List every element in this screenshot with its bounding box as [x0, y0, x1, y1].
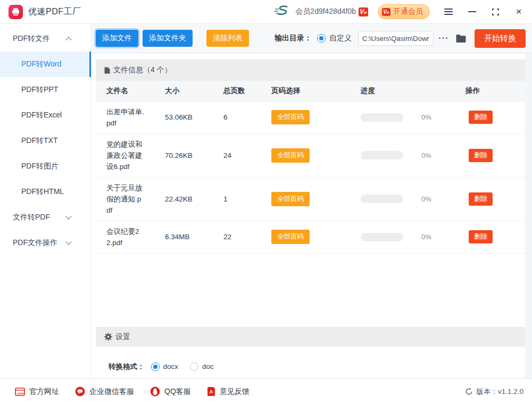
- sidebar-group-label: PDF转文件: [13, 34, 50, 44]
- svg-text:PDF: PDF: [14, 13, 18, 15]
- radio-icon[interactable]: [190, 363, 198, 371]
- format-label: 转换格式：: [109, 362, 145, 372]
- radio-icon[interactable]: [317, 34, 326, 43]
- radio-icon[interactable]: [151, 363, 160, 371]
- file-name: 关于元旦放假的通知.pdf: [106, 182, 145, 216]
- chevron-down-icon: [65, 213, 71, 219]
- delete-button[interactable]: 删除: [469, 230, 493, 243]
- file-table: 文件名 大小 总页数 页码选择 进度 操作 出差申请单.: [96, 81, 525, 254]
- page-select-button[interactable]: 全部页码: [271, 192, 310, 206]
- page-select-button[interactable]: 全部页码: [271, 110, 310, 124]
- sidebar-item-label: PDF转Word: [21, 60, 61, 69]
- clear-list-button[interactable]: 清除列表: [206, 30, 249, 47]
- progress-percent: 0%: [421, 113, 431, 121]
- app-title: 优速PDF工厂: [28, 6, 81, 18]
- page-select-button[interactable]: 全部页码: [271, 148, 310, 163]
- sidebar-group-label: 文件转PDF: [13, 213, 50, 222]
- col-filename: 文件名: [96, 81, 165, 101]
- feedback-link[interactable]: A 意见反馈: [207, 387, 250, 397]
- app-window: PDF 优速PDF工厂 会员2d9f428d4f0b VIP VIP 开通会员: [0, 0, 532, 404]
- start-convert-button[interactable]: 开始转换: [475, 29, 526, 48]
- chevron-down-icon: [65, 239, 71, 245]
- progress-bar: [361, 151, 403, 159]
- sidebar-item-pdf-to-txt[interactable]: PDF转TXT: [0, 128, 91, 154]
- add-file-button[interactable]: 添加文件: [96, 30, 138, 47]
- file-size: 70.26KB: [165, 133, 223, 177]
- file-size: 6.34MB: [165, 221, 223, 253]
- vip-mini-icon: VIP: [382, 8, 390, 16]
- vertical-scrollbar[interactable]: [525, 53, 532, 378]
- browse-ellipsis-button[interactable]: ···: [438, 36, 449, 41]
- sidebar-item-pdf-to-html[interactable]: PDF转HTML: [0, 179, 91, 205]
- file-name: 会议纪要22.pdf: [106, 226, 145, 248]
- member-swoosh-icon: [273, 4, 291, 20]
- settings-panel: 设置 转换格式： docx doc: [96, 327, 525, 378]
- wechat-icon: [75, 386, 85, 397]
- website-icon: .com: [15, 388, 25, 396]
- sidebar-group-pdf-operations[interactable]: PDF文件操作: [0, 230, 91, 256]
- sidebar-item-pdf-to-image[interactable]: PDF转图片: [0, 154, 91, 179]
- wechat-support-link[interactable]: 企业微信客服: [75, 386, 134, 397]
- settings-header: 设置: [96, 327, 525, 347]
- file-panel: 文件信息（4 个） 文件名 大小 总页数: [96, 60, 525, 254]
- progress-percent: 0%: [421, 152, 431, 159]
- sidebar-item-pdf-to-ppt[interactable]: PDF转PPT: [0, 77, 91, 103]
- scroll-region: 文件信息（4 个） 文件名 大小 总页数: [92, 53, 532, 378]
- sidebar-item-pdf-to-word[interactable]: PDF转Word: [0, 52, 91, 77]
- output-dir-label: 输出目录：: [275, 33, 312, 43]
- custom-dir-radio[interactable]: 自定义: [317, 33, 352, 43]
- vip-badge-icon: VIP: [359, 7, 368, 16]
- close-icon[interactable]: ×: [514, 7, 523, 16]
- format-option-doc[interactable]: doc: [190, 363, 214, 371]
- footer-link-label: QQ客服: [164, 387, 191, 397]
- document-icon: [104, 67, 110, 74]
- progress-bar: [361, 233, 403, 241]
- minimize-icon[interactable]: [467, 7, 477, 16]
- page-select-button[interactable]: 全部页码: [271, 230, 310, 244]
- version-label: 版本：v1.1.2.0: [476, 387, 523, 397]
- delete-button[interactable]: 删除: [469, 149, 493, 162]
- file-name: 出差申请单.pdf: [106, 106, 145, 129]
- progress-percent: 0%: [421, 195, 431, 203]
- file-pages: 24: [223, 133, 271, 177]
- delete-button[interactable]: 删除: [469, 111, 493, 124]
- file-pages: 22: [223, 221, 271, 253]
- settings-title: 设置: [115, 332, 130, 342]
- file-size: 53.06KB: [165, 101, 223, 133]
- col-progress: 进度: [361, 81, 466, 101]
- svg-text:A: A: [210, 389, 213, 394]
- refresh-icon: [465, 388, 473, 395]
- official-site-link[interactable]: .com 官方网址: [15, 387, 59, 397]
- file-size: 22.42KB: [165, 177, 223, 221]
- format-option-label: doc: [202, 363, 214, 371]
- open-folder-icon[interactable]: [455, 34, 467, 43]
- file-name: 党的建设和廉政公署建设6.pdf: [106, 139, 145, 172]
- sidebar-group-file-to-pdf[interactable]: 文件转PDF: [0, 205, 91, 230]
- maximize-icon[interactable]: [491, 7, 500, 16]
- menu-icon[interactable]: [444, 7, 453, 16]
- qq-icon: [150, 386, 160, 397]
- main-content: 添加文件 添加文件夹 清除列表 输出目录： 自定义 ··· 开始转换: [92, 24, 532, 378]
- sidebar-group-pdf-to-file[interactable]: PDF转文件: [0, 26, 91, 52]
- gear-icon: [104, 333, 112, 341]
- add-folder-button[interactable]: 添加文件夹: [143, 30, 193, 47]
- format-option-label: docx: [163, 363, 179, 371]
- file-pages: 1: [223, 177, 271, 221]
- sidebar-item-label: PDF转TXT: [21, 136, 57, 146]
- svg-text:.com: .com: [16, 391, 23, 394]
- table-header-row: 文件名 大小 总页数 页码选择 进度 操作: [96, 81, 525, 101]
- table-row: 党的建设和廉政公署建设6.pdf 70.26KB 24 全部页码 0% 删除: [96, 133, 525, 177]
- progress-percent: 0%: [421, 233, 431, 241]
- brand: PDF 优速PDF工厂: [9, 5, 81, 19]
- custom-dir-label: 自定义: [329, 33, 352, 43]
- sidebar-item-pdf-to-excel[interactable]: PDF转Excel: [0, 103, 91, 128]
- col-page-select: 页码选择: [271, 81, 361, 101]
- sidebar-item-label: PDF转HTML: [21, 187, 64, 197]
- qq-support-link[interactable]: QQ客服: [150, 386, 191, 397]
- sidebar: PDF转文件 PDF转Word PDF转PPT PDF转Excel PDF转TX…: [0, 24, 92, 378]
- format-option-docx[interactable]: docx: [151, 363, 179, 371]
- open-vip-button[interactable]: VIP 开通会员: [378, 4, 430, 19]
- delete-button[interactable]: 删除: [469, 192, 493, 206]
- app-logo-icon: PDF: [9, 5, 23, 19]
- output-path-input[interactable]: [358, 31, 434, 46]
